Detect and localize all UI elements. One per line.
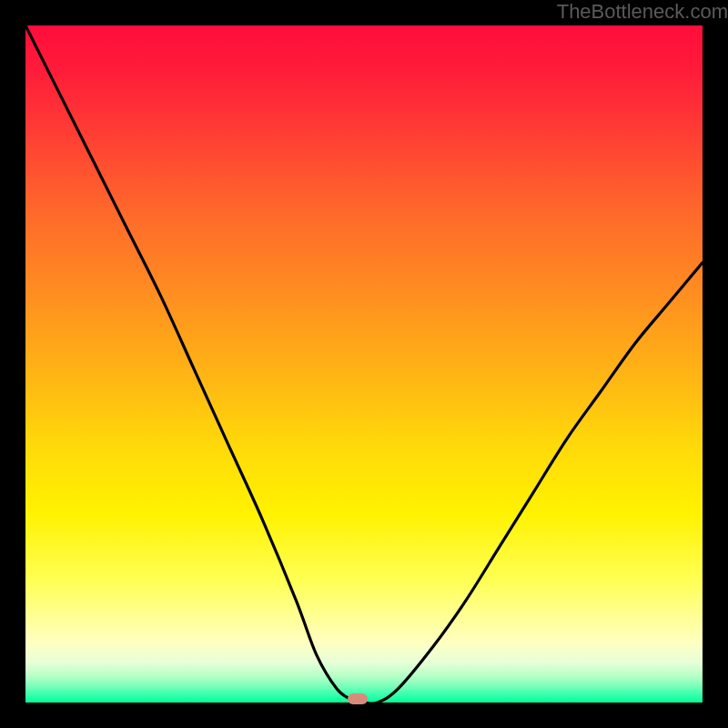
- plot-area: [25, 25, 703, 703]
- bottleneck-curve: [25, 25, 703, 703]
- watermark-text: TheBottleneck.com: [557, 0, 728, 24]
- chart-frame: TheBottleneck.com: [0, 0, 728, 728]
- optimal-point-marker: [348, 693, 368, 704]
